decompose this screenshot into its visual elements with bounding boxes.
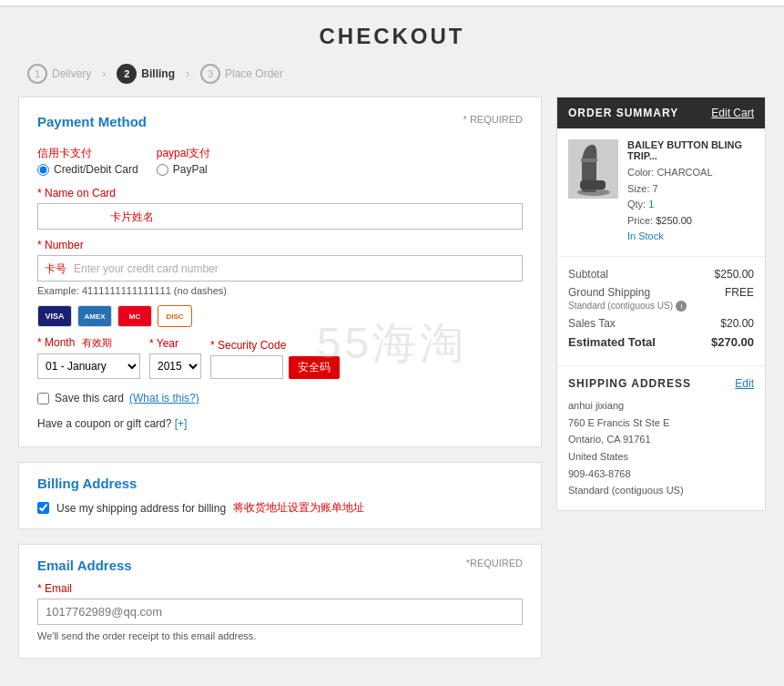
address-street: 760 E Francis St Ste E	[568, 415, 754, 432]
mastercard-logo: MC	[117, 305, 152, 327]
address-name: anhui jixiang	[568, 397, 754, 415]
credit-label: Credit/Debit Card	[54, 163, 138, 176]
security-code-input[interactable]	[210, 355, 283, 379]
svg-rect-2	[580, 180, 606, 189]
card-example-text: Example: 4111111111111111 (no dashes)	[37, 285, 523, 296]
billing-cn-label: 将收货地址设置为账单地址	[233, 500, 364, 516]
page-title: CHECKOUT	[0, 7, 784, 58]
shipping-value: FREE	[725, 286, 754, 312]
security-cn-badge: 安全码	[289, 356, 340, 379]
step-delivery: 1 Delivery	[27, 64, 91, 84]
estimated-total-label: Estimated Total	[568, 335, 656, 349]
payment-options: 信用卡支付 Credit/Debit Card paypal支付 PayPal	[37, 146, 523, 176]
boot-icon	[571, 142, 616, 197]
coupon-text: Have a coupon or gift card?	[37, 417, 171, 430]
order-summary-header: ORDER SUMMARY Edit Cart	[557, 97, 765, 128]
month-select[interactable]: 01 - January 02 - February 03 - March 04…	[37, 353, 140, 379]
year-label: * Year	[149, 337, 201, 350]
estimated-total-row: Estimated Total $270.00	[568, 335, 754, 349]
subtotal-label: Subtotal	[568, 268, 608, 281]
card-logos: VISA AMEX MC DISC	[37, 305, 523, 327]
paypal-label: PayPal	[173, 163, 208, 176]
email-required-label: *REQUIRED	[466, 558, 523, 568]
left-column: Payment Method * REQUIRED 信用卡支付 Credit/D…	[18, 97, 542, 659]
security-label: * Security Code	[210, 339, 340, 352]
payment-section-title: Payment Method	[37, 114, 147, 129]
credit-option-group: 信用卡支付 Credit/Debit Card	[37, 146, 138, 176]
subtotal-value: $250.00	[715, 268, 754, 281]
paypal-option-group: paypal支付 PayPal	[157, 146, 210, 176]
edit-cart-link[interactable]: Edit Cart	[711, 107, 754, 119]
address-method: Standard (contiguous US)	[568, 482, 754, 499]
item-details: BAILEY BUTTON BLING TRIP... Color: CHARC…	[627, 139, 754, 245]
discover-logo: DISC	[158, 305, 192, 327]
email-input[interactable]	[37, 599, 523, 625]
step-divider-1: ›	[102, 67, 106, 80]
tax-row: Sales Tax $20.00	[568, 317, 754, 330]
name-cn-hint: 卡片姓名	[110, 209, 154, 224]
item-meta: Color: CHARCOAL Size: 7 Qty: 1 Price: $2…	[627, 165, 754, 245]
shipping-address-section: SHIPPING ADDRESS Edit anhui jixiang 760 …	[557, 366, 765, 510]
save-card-label: Save this card	[55, 392, 124, 404]
svg-rect-3	[581, 159, 597, 162]
name-field-label: * Name on Card	[37, 187, 523, 200]
tax-value: $20.00	[720, 317, 754, 330]
checkout-steps: 1 Delivery › 2 Billing › 3 Place Order	[0, 58, 784, 97]
billing-checkbox-label: Use my shipping address for billing	[56, 502, 226, 515]
order-item: BAILEY BUTTON BLING TRIP... Color: CHARC…	[557, 128, 765, 257]
order-summary-title: ORDER SUMMARY	[568, 107, 678, 119]
visa-logo: VISA	[37, 305, 72, 327]
save-card-checkbox[interactable]	[37, 393, 49, 404]
order-summary: ORDER SUMMARY Edit Cart BAILEY BUTTON BL…	[556, 97, 766, 511]
number-placeholder-hint: Enter your credit card number	[74, 262, 219, 275]
address-city-state: Ontario, CA 91761	[568, 431, 754, 448]
shipping-edit-link[interactable]: Edit	[735, 377, 754, 390]
item-name: BAILEY BUTTON BLING TRIP...	[627, 139, 754, 161]
estimated-total-value: $270.00	[711, 335, 754, 349]
number-field-label: * Number	[37, 239, 523, 251]
step-place-order: 3 Place Order	[200, 64, 283, 84]
credit-cn-label: 信用卡支付	[37, 146, 138, 161]
month-label: * Month 有效期	[37, 336, 140, 350]
number-cn-hint: 卡号	[45, 261, 66, 276]
year-select[interactable]: 2015 2016 2017 2018 2019 2020	[149, 353, 201, 379]
security-code-field: * Security Code 安全码	[210, 339, 340, 379]
email-field-label: * Email	[37, 582, 523, 595]
subtotal-row: Subtotal $250.00	[568, 268, 754, 281]
billing-checkbox-row: Use my shipping address for billing 将收货地…	[37, 500, 523, 516]
address-text: anhui jixiang 760 E Francis St Ste E Ont…	[568, 397, 754, 499]
step-circle-3: 3	[200, 64, 220, 84]
shipping-address-title: SHIPPING ADDRESS	[568, 377, 691, 390]
step-label-delivery: Delivery	[52, 67, 91, 80]
month-field: * Month 有效期 01 - January 02 - February 0…	[37, 336, 140, 379]
email-section-title: Email Address	[37, 558, 132, 573]
paypal-radio-option[interactable]: PayPal	[157, 163, 210, 176]
address-country: United States	[568, 448, 754, 466]
shipping-address-header: SHIPPING ADDRESS Edit	[568, 377, 754, 390]
email-note: We'll send the order receipt to this ema…	[37, 630, 523, 641]
step-circle-2: 2	[117, 64, 137, 84]
item-thumbnail	[568, 139, 618, 199]
email-section: Email Address *REQUIRED * Email We'll se…	[18, 544, 542, 659]
paypal-cn-label: paypal支付	[157, 146, 210, 161]
step-billing: 2 Billing	[117, 64, 175, 84]
shipping-info-icon[interactable]: i	[676, 301, 687, 312]
order-totals: Subtotal $250.00 Ground Shipping Standar…	[557, 257, 765, 366]
payment-required-label: * REQUIRED	[463, 114, 523, 125]
credit-radio[interactable]	[37, 164, 49, 176]
shipping-label: Ground Shipping Standard (contiguous US)…	[568, 286, 687, 312]
paypal-radio[interactable]	[157, 164, 168, 176]
step-label-billing: Billing	[141, 67, 175, 80]
coupon-row: Have a coupon or gift card? [+]	[37, 417, 523, 430]
billing-address-section: Billing Address Use my shipping address …	[18, 462, 542, 529]
month-cn: 有效期	[82, 337, 112, 348]
coupon-link[interactable]: [+]	[175, 417, 188, 430]
billing-checkbox[interactable]	[37, 502, 49, 514]
billing-address-title: Billing Address	[37, 476, 523, 491]
what-is-link[interactable]: (What is this?)	[129, 392, 199, 404]
payment-section: Payment Method * REQUIRED 信用卡支付 Credit/D…	[18, 97, 542, 447]
shipping-row: Ground Shipping Standard (contiguous US)…	[568, 286, 754, 312]
step-divider-2: ›	[186, 67, 189, 80]
step-circle-1: 1	[27, 64, 47, 84]
credit-radio-option[interactable]: Credit/Debit Card	[37, 163, 138, 176]
